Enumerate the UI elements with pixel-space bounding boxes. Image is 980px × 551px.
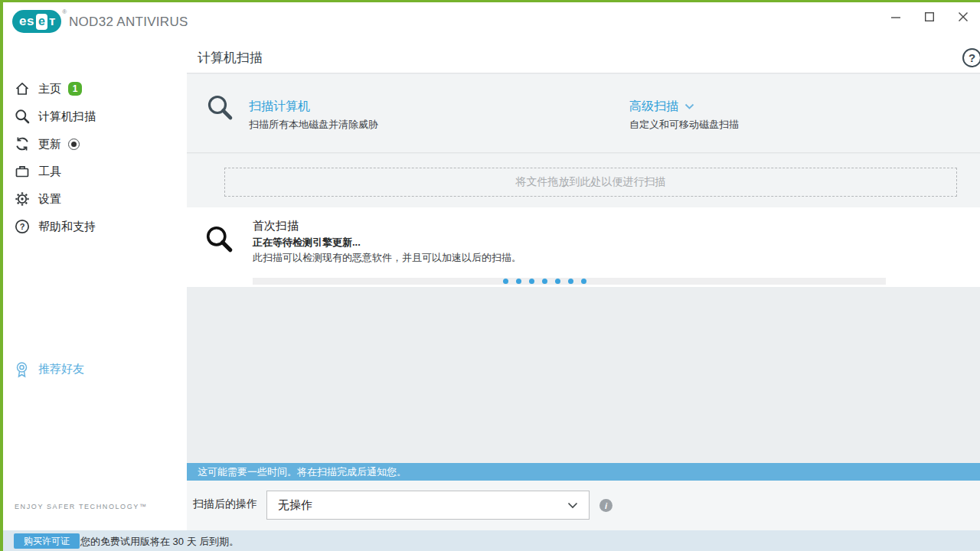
progress-dot: [516, 279, 521, 284]
close-icon: [959, 12, 968, 21]
buy-license-button[interactable]: 购买许可证: [14, 533, 80, 549]
sidebar: 主页 1 计算机扫描 更新: [3, 42, 187, 530]
sidebar-item-update[interactable]: 更新: [3, 130, 187, 158]
window-controls: [879, 2, 980, 33]
minimize-icon: [891, 12, 900, 21]
selected-option: 无操作: [278, 498, 567, 513]
minimize-button[interactable]: [879, 2, 913, 31]
first-scan-status: 正在等待检测引擎更新...: [253, 236, 521, 249]
sidebar-item-computer-scan[interactable]: 计算机扫描: [3, 103, 187, 130]
file-dropzone[interactable]: 将文件拖放到此处以便进行扫描: [224, 168, 957, 197]
svg-text:?: ?: [19, 222, 24, 231]
update-attention-icon: [68, 139, 80, 150]
home-badge: 1: [68, 82, 82, 96]
sidebar-item-label: 帮助和支持: [38, 220, 96, 234]
logo-letters-es: es: [19, 14, 34, 29]
first-scan-section: 首次扫描 正在等待检测引擎更新... 此扫描可以检测现有的恶意软件，并且可以加速…: [187, 207, 980, 287]
sidebar-item-label: 工具: [38, 165, 61, 179]
magnifier-icon: [207, 94, 234, 132]
page-title: 计算机扫描: [198, 49, 263, 67]
progress-dot: [503, 279, 508, 284]
dropzone-text: 将文件拖放到此处以便进行扫描: [516, 175, 666, 189]
progress-dot: [529, 279, 534, 284]
sidebar-item-tools[interactable]: 工具: [3, 158, 187, 185]
home-icon: [14, 81, 30, 97]
main-content: 计算机扫描 ? 扫描计算机 扫描所有本地磁盘并清除威胁 高级扫描 自定: [187, 42, 980, 530]
post-scan-action-area: 扫描后的操作 无操作 i: [187, 481, 980, 530]
advanced-scan-option[interactable]: 高级扫描 自定义和可移动磁盘扫描: [629, 99, 739, 132]
post-scan-action-label: 扫描后的操作: [187, 497, 260, 511]
first-scan-title: 首次扫描: [253, 219, 521, 233]
advanced-scan-link[interactable]: 高级扫描: [629, 99, 678, 115]
question-circle-icon: ?: [14, 219, 30, 235]
info-icon[interactable]: i: [599, 499, 612, 512]
medal-icon: [14, 361, 30, 377]
scan-options-section: 扫描计算机 扫描所有本地磁盘并清除威胁 高级扫描 自定义和可移动磁盘扫描: [187, 74, 980, 153]
search-icon: [14, 109, 30, 125]
notification-bar: 这可能需要一些时间。将在扫描完成后通知您。: [187, 463, 980, 481]
refer-friend-label: 推荐好友: [38, 362, 84, 377]
sidebar-item-setup[interactable]: 设置: [3, 185, 187, 213]
titlebar: es e т ® NOD32 ANTIVIRUS: [3, 2, 980, 42]
chevron-down-icon: [684, 103, 694, 110]
logo-letter-e: e: [36, 14, 47, 30]
progress-dot: [542, 279, 547, 284]
eset-logo-pill: es e т: [12, 10, 61, 33]
scan-computer-subtitle: 扫描所有本地磁盘并清除威胁: [249, 118, 378, 132]
first-scan-description: 此扫描可以检测现有的恶意软件，并且可以加速以后的扫描。: [253, 251, 521, 265]
sidebar-item-home[interactable]: 主页 1: [3, 75, 187, 103]
refer-friend-link[interactable]: 推荐好友: [14, 361, 84, 377]
sidebar-item-label: 设置: [38, 192, 61, 207]
sidebar-nav: 主页 1 计算机扫描 更新: [3, 75, 187, 240]
post-scan-action-select[interactable]: 无操作: [266, 491, 590, 520]
progress-dot: [581, 279, 586, 284]
sidebar-item-label: 更新: [38, 137, 61, 152]
toolbox-icon: [14, 164, 30, 180]
help-icon[interactable]: ?: [962, 48, 980, 67]
license-bar: 购买许可证 您的免费试用版将在 30 天 后到期。: [3, 530, 980, 551]
sidebar-item-help[interactable]: ? 帮助和支持: [3, 213, 187, 240]
brand-tagline: ENJOY SAFER TECHNOLOGY™: [15, 503, 148, 510]
chevron-down-icon: [567, 498, 578, 512]
product-name: NOD32 ANTIVIRUS: [69, 15, 188, 30]
window-accent-top: [0, 0, 980, 2]
sidebar-item-label: 计算机扫描: [38, 109, 96, 124]
drop-section: 将文件拖放到此处以便进行扫描: [187, 154, 980, 207]
registered-mark: ®: [62, 8, 67, 15]
scan-computer-option[interactable]: 扫描计算机 扫描所有本地磁盘并清除威胁: [207, 94, 378, 132]
gear-icon: [14, 191, 30, 207]
page-header: 计算机扫描: [187, 42, 980, 73]
maximize-icon: [925, 12, 934, 21]
close-button[interactable]: [946, 2, 980, 31]
window-accent-left: [0, 0, 3, 551]
maximize-button[interactable]: [913, 2, 946, 31]
logo-letter-t: т: [49, 14, 55, 29]
progress-dot: [568, 279, 573, 284]
scan-computer-link[interactable]: 扫描计算机: [249, 99, 378, 115]
notification-text: 这可能需要一些时间。将在扫描完成后通知您。: [198, 465, 407, 479]
scan-progress-bar: [253, 278, 886, 285]
advanced-scan-subtitle: 自定义和可移动磁盘扫描: [629, 118, 739, 132]
magnifier-icon: [205, 225, 234, 257]
eset-logo: es e т ®: [12, 10, 67, 33]
sidebar-item-label: 主页: [38, 82, 61, 96]
trial-expiry-text: 您的免费试用版将在 30 天 后到期。: [80, 535, 239, 549]
progress-dot: [555, 279, 560, 284]
refresh-icon: [14, 136, 30, 152]
